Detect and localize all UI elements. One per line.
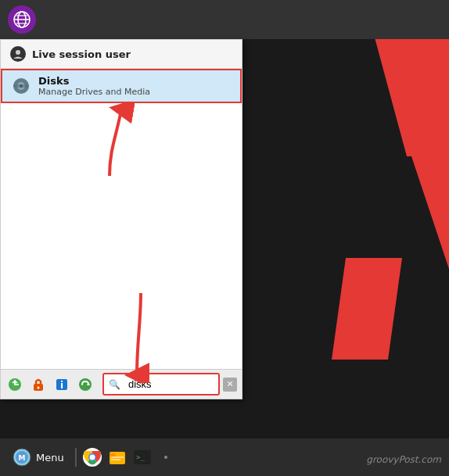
info-icon[interactable]: i bbox=[52, 375, 71, 394]
taskbar-divider-1 bbox=[75, 448, 77, 467]
mint-logo-icon: M bbox=[13, 448, 31, 467]
lock-icon[interactable] bbox=[29, 375, 48, 394]
svg-rect-26 bbox=[110, 453, 116, 456]
svg-text:M: M bbox=[19, 454, 26, 462]
launcher-content bbox=[1, 103, 242, 369]
svg-text:i: i bbox=[60, 380, 63, 391]
username-label: Live session user bbox=[32, 48, 131, 60]
disks-description: Manage Drives and Media bbox=[38, 87, 150, 97]
terminal-icon: >_ bbox=[132, 447, 153, 467]
svg-text:>_: >_ bbox=[136, 453, 145, 461]
lock-icon-svg bbox=[31, 377, 46, 392]
top-panel bbox=[0, 0, 449, 39]
desktop: Live session user Disks Manage Drives an… bbox=[0, 0, 449, 476]
svg-rect-27 bbox=[111, 456, 124, 458]
update-icon[interactable] bbox=[5, 375, 24, 394]
update-icon-svg bbox=[7, 377, 23, 392]
refresh-icon[interactable] bbox=[76, 375, 95, 394]
decorative-shape-3 bbox=[332, 258, 402, 360]
disks-name: Disks bbox=[38, 75, 150, 87]
app-launcher: Live session user Disks Manage Drives an… bbox=[0, 39, 242, 399]
menu-button[interactable]: M Menu bbox=[5, 443, 70, 471]
chrome-icon bbox=[82, 447, 102, 467]
files-icon bbox=[107, 447, 128, 467]
search-result-disks[interactable]: Disks Manage Drives and Media bbox=[1, 69, 242, 103]
svg-rect-9 bbox=[13, 84, 29, 88]
clear-icon: ✕ bbox=[226, 379, 233, 389]
user-icon bbox=[13, 48, 23, 59]
search-clear-button[interactable]: ✕ bbox=[223, 378, 237, 392]
globe-icon bbox=[13, 10, 31, 29]
search-magnifier-icon: 🔍 bbox=[109, 379, 120, 390]
taskbar-dot bbox=[164, 456, 167, 459]
svg-point-5 bbox=[16, 50, 20, 55]
refresh-icon-svg bbox=[77, 377, 93, 392]
menu-label: Menu bbox=[36, 452, 64, 463]
user-avatar bbox=[10, 46, 26, 62]
watermark: groovyPost.com bbox=[366, 454, 441, 465]
disks-app-icon bbox=[10, 75, 32, 97]
svg-rect-28 bbox=[111, 459, 120, 460]
launcher-header: Live session user bbox=[1, 40, 242, 69]
chrome-taskbar-button[interactable] bbox=[81, 446, 103, 468]
search-input[interactable] bbox=[124, 376, 214, 392]
files-taskbar-button[interactable] bbox=[106, 446, 128, 468]
svg-point-24 bbox=[89, 455, 95, 460]
info-icon-svg: i bbox=[54, 377, 70, 392]
launcher-quickbar: i 🔍 ✕ bbox=[1, 369, 242, 399]
taskbar-start-icon: M bbox=[11, 446, 33, 468]
disks-result-text: Disks Manage Drives and Media bbox=[38, 75, 150, 97]
disk-icon bbox=[12, 77, 31, 95]
taskbar: M Menu bbox=[0, 438, 449, 476]
svg-point-12 bbox=[38, 386, 40, 388]
svg-point-15 bbox=[79, 378, 92, 391]
activities-button[interactable] bbox=[8, 5, 36, 34]
terminal-taskbar-button[interactable]: >_ bbox=[131, 446, 153, 468]
